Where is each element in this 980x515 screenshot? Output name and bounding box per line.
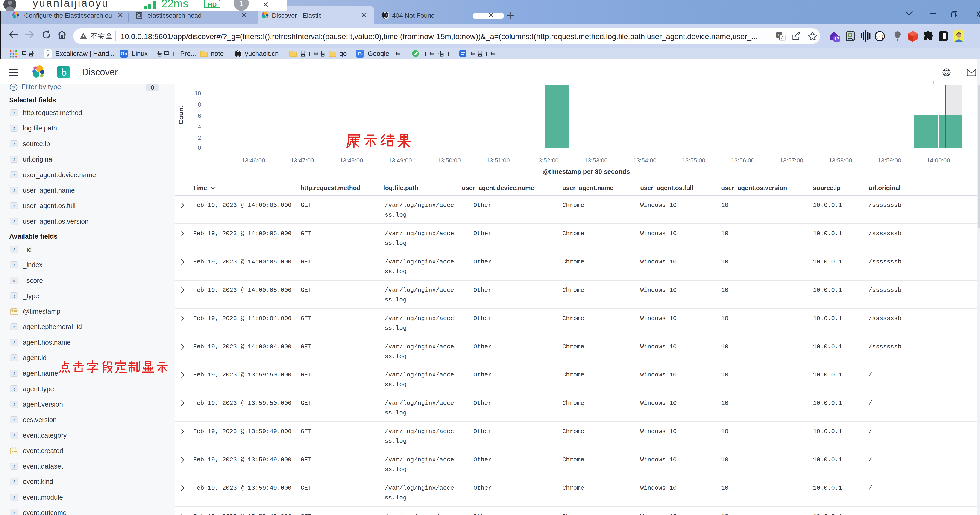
- svg-text:1: 1: [239, 0, 243, 8]
- svg-text:A: A: [781, 36, 784, 40]
- svg-text:13: 13: [834, 36, 839, 41]
- svg-text:{·}: {·}: [876, 34, 884, 40]
- svg-text:G: G: [358, 51, 362, 57]
